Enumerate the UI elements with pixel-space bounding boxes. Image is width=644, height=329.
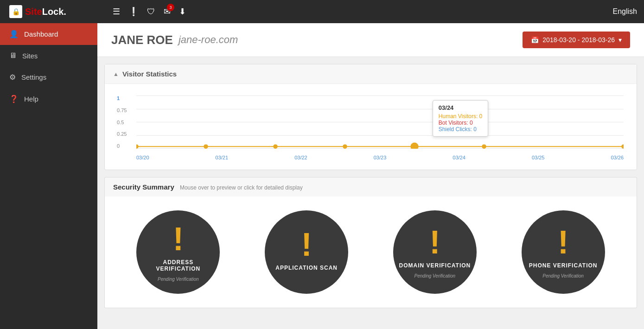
chevron-down-icon: ▾	[618, 36, 622, 44]
sidebar-item-settings[interactable]: ⚙ Settings	[0, 66, 97, 88]
sidebar-label-dashboard: Dashboard	[24, 30, 58, 38]
visitor-stats-title: Visitor Statistics	[122, 70, 177, 78]
chart-line-area	[136, 95, 624, 149]
chart-container: 1 0.75 0.5 0.25 0	[113, 91, 628, 163]
mail-icon[interactable]: ✉ 3	[164, 6, 171, 17]
security-summary-title: Security Summary	[113, 183, 174, 191]
card-circle-domain: ! DOMAIN VERIFICATION Pending Verificati…	[393, 210, 477, 294]
card-phone-verification[interactable]: ! PHONE VERIFICATION Pending Verificatio…	[522, 210, 605, 294]
menu-icon[interactable]: ☰	[113, 6, 120, 17]
security-summary-section: Security Summary Mouse over to preview o…	[104, 177, 637, 308]
card-circle-application: ! APPLICATION SCAN	[265, 210, 348, 294]
card-label-phone: PHONE VERIFICATION	[524, 262, 602, 269]
main-content: JANE ROE jane-roe.com 📅 2018-03-20 - 201…	[97, 23, 644, 329]
sidebar-item-dashboard[interactable]: 👤 Dashboard	[0, 23, 97, 45]
chart-y-labels: 1 0.75 0.5 0.25 0	[117, 95, 127, 149]
mail-badge: 3	[167, 4, 174, 11]
app-layout: 👤 Dashboard 🖥 Sites ⚙ Settings ❓ Help JA…	[0, 23, 644, 329]
help-icon: ❓	[9, 95, 19, 103]
page-title: JANE ROE jane-roe.com	[111, 33, 238, 47]
security-summary-subtitle: Mouse over to preview or click for detai…	[180, 184, 303, 191]
x-label-0326: 03/26	[611, 155, 624, 160]
svg-point-2	[204, 144, 208, 149]
sidebar-label-sites: Sites	[22, 52, 38, 60]
svg-point-3	[273, 144, 278, 149]
y-label-0: 0	[117, 143, 127, 149]
calendar-icon: 📅	[531, 36, 539, 44]
logo[interactable]: 🔒 SiteLock.	[7, 5, 104, 18]
security-cards: ! ADDRESS VERIFICATION Pending Verificat…	[104, 196, 637, 308]
chart-x-labels: 03/20 03/21 03/22 03/23 03/24 03/25 03/2…	[136, 155, 624, 160]
card-address-verification[interactable]: ! ADDRESS VERIFICATION Pending Verificat…	[136, 210, 220, 294]
svg-point-4	[343, 144, 347, 149]
card-sublabel-phone: Pending Verification	[542, 273, 584, 278]
security-summary-header: Security Summary Mouse over to preview o…	[104, 177, 637, 196]
dashboard-icon: 👤	[9, 30, 19, 38]
card-domain-verification[interactable]: ! DOMAIN VERIFICATION Pending Verificati…	[393, 210, 477, 294]
sidebar-label-settings: Settings	[21, 73, 46, 81]
card-label-application: APPLICATION SCAN	[271, 265, 342, 271]
exclaim-icon-phone: !	[558, 226, 568, 259]
card-sublabel-domain: Pending Verification	[414, 273, 456, 278]
logo-icon: 🔒	[9, 5, 22, 18]
svg-point-1	[136, 144, 139, 149]
x-label-0323: 03/23	[374, 155, 387, 160]
card-label-address: ADDRESS VERIFICATION	[136, 259, 220, 272]
sidebar: 👤 Dashboard 🖥 Sites ⚙ Settings ❓ Help	[0, 23, 97, 329]
topbar: 🔒 SiteLock. ☰ ❕ 🛡 ✉ 3 ⬇ English	[0, 0, 644, 23]
chart-svg	[136, 95, 624, 149]
topbar-icons: ☰ ❕ 🛡 ✉ 3 ⬇	[113, 6, 605, 17]
collapse-icon[interactable]: ▲	[113, 71, 119, 77]
tooltip-shield: Shield Clicks: 0	[439, 126, 482, 133]
card-sublabel-address: Pending Verification	[158, 277, 199, 282]
alert-icon[interactable]: ❕	[128, 6, 139, 17]
card-circle-address: ! ADDRESS VERIFICATION Pending Verificat…	[136, 210, 220, 294]
exclaim-icon-address: !	[173, 223, 184, 255]
monitor-icon: 🖥	[9, 51, 17, 60]
chart-tooltip: 03/24 Human Visitors: 0 Bot Visitors: 0 …	[433, 100, 488, 137]
svg-point-7	[621, 144, 624, 149]
sidebar-item-sites[interactable]: 🖥 Sites	[0, 45, 97, 66]
x-label-0324: 03/24	[453, 155, 465, 160]
gear-icon: ⚙	[9, 73, 16, 82]
x-label-0320: 03/20	[136, 155, 149, 160]
logo-text: SiteLock.	[25, 6, 66, 17]
y-label-1: 1	[117, 95, 127, 101]
svg-point-5	[410, 143, 418, 149]
domain-name: jane-roe.com	[179, 34, 238, 46]
x-label-0325: 03/25	[532, 155, 545, 160]
tooltip-bot: Bot Visitors: 0	[439, 120, 482, 126]
y-label-025: 0.25	[117, 131, 127, 137]
main-header: JANE ROE jane-roe.com 📅 2018-03-20 - 201…	[97, 23, 644, 57]
shield-icon[interactable]: 🛡	[147, 7, 155, 17]
card-application-scan[interactable]: ! APPLICATION SCAN	[265, 210, 348, 294]
date-range-label: 2018-03-20 - 2018-03-26	[542, 36, 615, 44]
visitor-stats-section: ▲ Visitor Statistics 1 0.75 0.5 0.25 0	[104, 64, 637, 170]
tooltip-date: 03/24	[439, 104, 482, 111]
date-range-button[interactable]: 📅 2018-03-20 - 2018-03-26 ▾	[523, 32, 630, 48]
sidebar-item-help[interactable]: ❓ Help	[0, 88, 97, 110]
visitor-stats-header: ▲ Visitor Statistics	[105, 64, 637, 84]
svg-point-6	[482, 144, 486, 149]
card-circle-phone: ! PHONE VERIFICATION Pending Verificatio…	[522, 210, 605, 294]
card-label-domain: DOMAIN VERIFICATION	[394, 262, 475, 269]
x-label-0322: 03/22	[294, 155, 307, 160]
language-selector[interactable]: English	[613, 7, 637, 16]
y-label-05: 0.5	[117, 120, 127, 125]
user-name: JANE ROE	[111, 33, 173, 47]
exclaim-icon-application: !	[301, 228, 312, 261]
x-label-0321: 03/21	[216, 155, 229, 160]
download-icon[interactable]: ⬇	[179, 6, 186, 17]
visitor-stats-body: 1 0.75 0.5 0.25 0	[105, 84, 637, 170]
exclaim-icon-domain: !	[429, 226, 440, 259]
tooltip-human: Human Visitors: 0	[439, 113, 482, 120]
y-label-075: 0.75	[117, 108, 127, 113]
sidebar-label-help: Help	[24, 95, 38, 103]
